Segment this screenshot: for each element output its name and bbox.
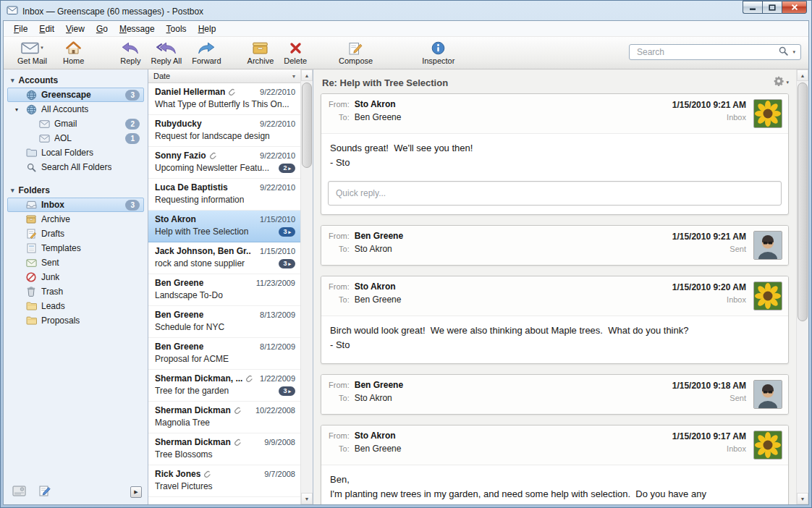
- compose-button[interactable]: Compose: [335, 39, 376, 65]
- scroll-thumb[interactable]: [798, 82, 808, 321]
- scroll-down-button[interactable]: ▼: [797, 493, 808, 504]
- menu-item[interactable]: Tools: [161, 22, 193, 35]
- message-row[interactable]: Sherman Dickman 10/22/2008 Magnolia Tree: [148, 402, 300, 433]
- message-card: From: Ben Greene To: Sto Akron 1/15/2010…: [321, 374, 789, 415]
- to-name: Sto Akron: [355, 244, 403, 254]
- sender-name: Sonny Fazio: [155, 151, 206, 161]
- thread-options-button[interactable]: ▾: [774, 76, 789, 89]
- message-subject: rock and stone supplier: [155, 258, 245, 268]
- scroll-track[interactable]: [797, 81, 808, 493]
- scroll-up-button[interactable]: ▲: [301, 69, 313, 81]
- sidebar-item-icon: [25, 215, 37, 224]
- sidebar: ▾ Accounts Greenscape 3 ▾ All Accounts G…: [4, 69, 148, 504]
- message-date: 11/23/2009: [256, 279, 295, 287]
- message-subject: Help with Tree Selection: [155, 227, 248, 237]
- sidebar-item[interactable]: Inbox 3: [7, 198, 144, 212]
- message-subject: Travel Pictures: [155, 481, 213, 491]
- reply-all-button[interactable]: Reply All: [147, 39, 185, 65]
- get-mail-dropdown-icon[interactable]: ▾: [41, 45, 43, 51]
- search-icon[interactable]: [779, 46, 788, 59]
- menu-item[interactable]: Edit: [33, 22, 60, 35]
- sidebar-item[interactable]: AOL 1: [7, 131, 144, 145]
- message-row[interactable]: Rubyducky 9/22/2010 Request for landscap…: [148, 115, 300, 147]
- message-row[interactable]: Sonny Fazio 9/22/2010 Upcoming Newslette…: [148, 147, 300, 179]
- minimize-button[interactable]: [743, 1, 762, 14]
- accounts-section-header[interactable]: ▾ Accounts: [4, 73, 148, 88]
- message-row[interactable]: Ben Greene 11/23/2009 Landscape To-Do: [148, 274, 300, 306]
- sidebar-item-icon: [38, 135, 50, 143]
- close-button[interactable]: [782, 1, 807, 14]
- folders-section-header[interactable]: ▾ Folders: [4, 183, 148, 198]
- sidebar-item[interactable]: Local Folders: [7, 145, 144, 160]
- forward-button[interactable]: Forward: [188, 39, 224, 65]
- message-row[interactable]: Sherman Dickman, ... 1/22/2009 Tree for …: [148, 370, 300, 402]
- delete-button[interactable]: Delete: [280, 39, 310, 65]
- column-picker-icon[interactable]: ▾: [292, 73, 295, 80]
- menu-item[interactable]: Go: [90, 22, 114, 35]
- scroll-track[interactable]: [301, 81, 313, 493]
- scroll-up-button[interactable]: ▲: [797, 69, 808, 81]
- message-card-header[interactable]: From: Ben Greene To: Sto Akron 1/15/2010…: [321, 226, 788, 265]
- reply-button[interactable]: Reply: [117, 39, 144, 65]
- archive-button[interactable]: Archive: [244, 39, 278, 65]
- sidebar-item[interactable]: Junk: [7, 270, 144, 284]
- attachment-paperclip-icon: [209, 152, 217, 160]
- message-card-header[interactable]: From: Sto Akron To: Ben Greene 1/15/2010…: [321, 94, 788, 133]
- menu-item[interactable]: Message: [114, 22, 161, 35]
- sidebar-item-label: Proposals: [41, 316, 80, 326]
- quick-post-edit-icon[interactable]: [39, 485, 51, 499]
- list-column-header[interactable]: Date ▾: [148, 69, 300, 83]
- sidebar-item[interactable]: Trash: [7, 284, 144, 299]
- message-card-header[interactable]: From: Sto Akron To: Ben Greene 1/15/2010…: [321, 276, 788, 316]
- sidebar-item[interactable]: Archive: [7, 212, 144, 227]
- thread-count-badge: 3▸: [279, 259, 295, 268]
- sidebar-item[interactable]: Leads: [7, 299, 144, 313]
- message-date: 8/12/2009: [260, 342, 295, 351]
- sidebar-item[interactable]: Greenscape 3: [7, 88, 144, 102]
- expand-pane-button[interactable]: ▶: [130, 486, 142, 498]
- attachment-paperclip-icon: [234, 407, 242, 415]
- get-mail-button[interactable]: ▾ Get Mail: [14, 39, 51, 65]
- home-button[interactable]: Home: [59, 39, 88, 65]
- delete-icon: [289, 41, 302, 55]
- message-rows: Daniel Hellerman 9/22/2010 What Type of …: [148, 83, 300, 504]
- maximize-button[interactable]: [762, 1, 782, 14]
- sidebar-item-label: Archive: [41, 214, 70, 224]
- window-title: Inbox — Greenscape (60 messages) - Postb…: [22, 7, 203, 17]
- message-card: From: Ben Greene To: Sto Akron 1/15/2010…: [321, 225, 789, 266]
- message-row[interactable]: Ben Greene 8/13/2009 Schedule for NYC: [148, 306, 300, 338]
- menu-item[interactable]: Help: [193, 22, 222, 35]
- sidebar-item[interactable]: Gmail 2: [7, 117, 144, 131]
- search-input[interactable]: [635, 46, 774, 58]
- message-row[interactable]: Sto Akron 1/15/2010 Help with Tree Selec…: [148, 211, 300, 242]
- sidebar-item[interactable]: ▾ All Accounts: [7, 102, 144, 117]
- sidebar-item-label: AOL: [54, 133, 72, 143]
- sidebar-item-icon: [25, 259, 37, 267]
- toolbar: ▾ Get Mail Home Reply Reply All Forward: [4, 37, 808, 69]
- scroll-down-button[interactable]: ▼: [301, 493, 313, 504]
- search-dropdown-icon[interactable]: ▾: [792, 49, 795, 55]
- from-name: Ben Greene: [355, 231, 403, 241]
- get-mail-icon: ▾: [21, 41, 43, 55]
- sidebar-item[interactable]: Drafts: [7, 227, 144, 241]
- message-row[interactable]: Ben Greene 8/12/2009 Proposal for ACME: [148, 338, 300, 370]
- menu-item[interactable]: View: [60, 22, 90, 35]
- menu-item[interactable]: File: [8, 22, 33, 35]
- mail-stamp-icon[interactable]: [12, 486, 26, 499]
- quick-reply-input[interactable]: [328, 181, 782, 206]
- inspector-button[interactable]: Inspector: [418, 39, 458, 65]
- message-card-header[interactable]: From: Ben Greene To: Sto Akron 1/15/2010…: [321, 375, 788, 414]
- sidebar-item[interactable]: Proposals: [7, 313, 144, 328]
- expander-icon[interactable]: ▾: [15, 106, 18, 113]
- sidebar-item[interactable]: Search All Folders: [7, 160, 144, 174]
- message-row[interactable]: Sherman Dickman 9/9/2008 Tree Blossoms: [148, 433, 300, 465]
- message-row[interactable]: Daniel Hellerman 9/22/2010 What Type of …: [148, 83, 300, 115]
- scroll-thumb[interactable]: [302, 82, 312, 168]
- message-card-header[interactable]: From: Sto Akron To: Ben Greene 1/15/2010…: [321, 426, 788, 465]
- message-row[interactable]: Jack Johnson, Ben Gr... 1/15/2010 rock a…: [148, 242, 300, 274]
- title-bar[interactable]: Inbox — Greenscape (60 messages) - Postb…: [1, 1, 811, 20]
- message-row[interactable]: Rick Jones 9/7/2008 Travel Pictures: [148, 465, 300, 497]
- message-row[interactable]: Luca De Baptistis 9/22/2010 Requesting i…: [148, 179, 300, 211]
- sidebar-item[interactable]: Sent: [7, 255, 144, 270]
- sidebar-item[interactable]: Templates: [7, 241, 144, 255]
